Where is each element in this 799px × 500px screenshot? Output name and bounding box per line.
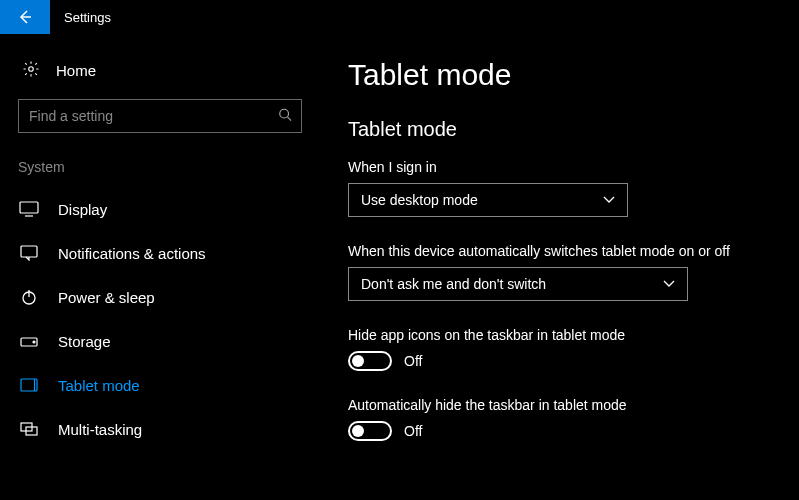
sidebar: Home System Display Notifications & acti… — [0, 34, 320, 500]
sidebar-item-label: Power & sleep — [58, 289, 155, 306]
titlebar: Settings — [0, 0, 799, 34]
home-label: Home — [56, 62, 96, 79]
section-title: Tablet mode — [348, 118, 771, 141]
sidebar-item-display[interactable]: Display — [18, 187, 302, 231]
svg-rect-6 — [21, 246, 37, 257]
svg-point-10 — [33, 341, 35, 343]
svg-point-1 — [29, 67, 34, 72]
window-title: Settings — [50, 10, 111, 25]
toggle-knob — [352, 355, 364, 367]
chevron-down-icon — [663, 280, 675, 288]
sidebar-item-storage[interactable]: Storage — [18, 319, 302, 363]
search-input[interactable] — [18, 99, 302, 133]
sidebar-item-label: Storage — [58, 333, 111, 350]
chevron-down-icon — [603, 196, 615, 204]
search-wrap — [18, 99, 302, 133]
sidebar-item-label: Display — [58, 201, 107, 218]
hide-icons-toggle[interactable] — [348, 351, 392, 371]
gear-icon — [22, 60, 40, 81]
auto-hide-taskbar-toggle[interactable] — [348, 421, 392, 441]
back-button[interactable] — [0, 0, 50, 34]
sidebar-item-multitasking[interactable]: Multi-tasking — [18, 407, 302, 451]
sidebar-item-tablet-mode[interactable]: Tablet mode — [18, 363, 302, 407]
sidebar-item-power[interactable]: Power & sleep — [18, 275, 302, 319]
sidebar-item-label: Multi-tasking — [58, 421, 142, 438]
auto-hide-taskbar-state: Off — [404, 423, 422, 439]
toggle-knob — [352, 425, 364, 437]
sidebar-item-label: Notifications & actions — [58, 245, 206, 262]
hide-icons-label: Hide app icons on the taskbar in tablet … — [348, 327, 771, 343]
sidebar-group-label: System — [18, 159, 302, 187]
select-value: Use desktop mode — [361, 192, 478, 208]
sidebar-nav: Display Notifications & actions Power & … — [18, 187, 302, 451]
display-icon — [18, 201, 40, 217]
sidebar-item-label: Tablet mode — [58, 377, 140, 394]
sidebar-item-notifications[interactable]: Notifications & actions — [18, 231, 302, 275]
svg-rect-4 — [20, 202, 38, 213]
select-value: Don't ask me and don't switch — [361, 276, 546, 292]
storage-icon — [18, 334, 40, 348]
page-title: Tablet mode — [348, 58, 771, 92]
sign-in-label: When I sign in — [348, 159, 771, 175]
home-button[interactable]: Home — [18, 54, 302, 99]
hide-icons-state: Off — [404, 353, 422, 369]
power-icon — [18, 289, 40, 305]
sign-in-select[interactable]: Use desktop mode — [348, 183, 628, 217]
back-arrow-icon — [16, 8, 34, 26]
auto-switch-label: When this device automatically switches … — [348, 243, 771, 259]
multitask-icon — [18, 422, 40, 436]
auto-switch-select[interactable]: Don't ask me and don't switch — [348, 267, 688, 301]
tablet-icon — [18, 378, 40, 392]
auto-hide-taskbar-label: Automatically hide the taskbar in tablet… — [348, 397, 771, 413]
main-content: Tablet mode Tablet mode When I sign in U… — [320, 34, 799, 500]
notifications-icon — [18, 245, 40, 261]
